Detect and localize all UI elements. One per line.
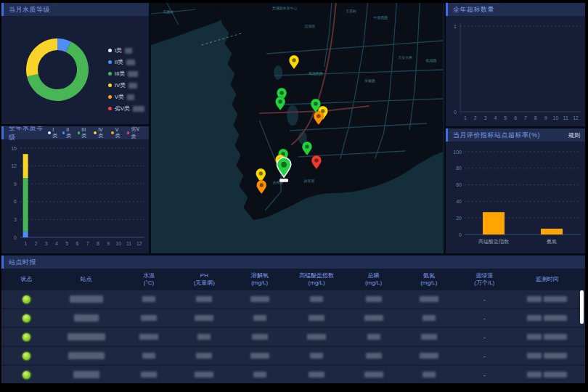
redacted-value	[141, 372, 157, 377]
redacted-value	[420, 353, 438, 359]
panel-exceed-rate: 当月评价指标站点超标率(%) 规则 020406080100高锰酸盐指数氨氮	[446, 128, 585, 253]
redacted-time	[544, 372, 567, 377]
column-label: PH	[176, 272, 232, 279]
redacted-value	[141, 315, 157, 321]
column-header: PH(无量纲)	[176, 272, 232, 287]
exceed-rate-chart[interactable]: 020406080100高锰酸盐指数氨氮	[446, 142, 585, 253]
svg-text:9: 9	[14, 181, 17, 187]
redacted-value	[125, 48, 132, 54]
redacted-time	[544, 353, 567, 359]
legend-item: II类	[108, 58, 144, 66]
rules-link[interactable]: 规则	[568, 131, 580, 139]
column-header: 高锰酸盐指数(mg/L)	[287, 272, 346, 287]
donut-chart-area: I类II类III类IV类V类劣V类	[1, 16, 149, 124]
legend-label: 劣V类	[115, 105, 130, 113]
redacted-value	[253, 372, 266, 377]
svg-text:11: 11	[563, 115, 568, 121]
table-row[interactable]: -	[1, 290, 585, 308]
map-canvas[interactable]: 石塘村无锡新体育中心滨湖区五星村中南西路天安大桥机场路高浪西路吴都路薛家里吉祥桥	[151, 3, 444, 253]
table-row[interactable]: -	[1, 366, 585, 383]
legend-item: 劣V类	[108, 105, 144, 113]
table-row[interactable]: -	[1, 328, 585, 346]
stack-bar-segment[interactable]	[23, 154, 28, 178]
table-body[interactable]: -----	[1, 290, 585, 383]
donut-slice[interactable]	[26, 38, 57, 77]
legend-item: V类	[111, 127, 123, 139]
rate-bar[interactable]	[483, 212, 505, 234]
column-label: 氨氮	[401, 272, 457, 279]
redacted-time	[544, 334, 567, 340]
status-indicator	[23, 371, 30, 379]
panel-title: 当月评价指标站点超标率(%)	[453, 131, 540, 140]
svg-text:机场路: 机场路	[426, 58, 437, 63]
svg-text:9: 9	[544, 115, 547, 121]
redacted-value	[366, 353, 382, 359]
legend-dot	[62, 131, 65, 134]
legend-dot	[108, 107, 112, 110]
legend-item: IV类	[108, 81, 144, 89]
svg-text:0: 0	[14, 235, 17, 240]
svg-text:12: 12	[573, 115, 579, 121]
panel-annual-quality: 全年水质等级 I类II类III类IV类V类劣V类 036912151234567…	[1, 126, 149, 253]
redacted-value	[127, 94, 134, 100]
table-row[interactable]: -	[1, 347, 585, 364]
redacted-value	[364, 372, 383, 377]
column-header: 溶解氧(mg/L)	[232, 272, 287, 287]
svg-text:0: 0	[454, 110, 457, 115]
column-header: 状态	[1, 276, 51, 283]
legend-item: III类	[78, 127, 91, 139]
svg-text:石塘村: 石塘村	[163, 9, 173, 15]
algae-value: -	[457, 353, 512, 359]
redacted-value	[196, 296, 212, 302]
redacted-date	[527, 372, 542, 377]
redacted-value	[250, 296, 269, 302]
rate-bar[interactable]	[541, 229, 563, 234]
right-column: 全年超标数量 10123456789101112 当月评价指标站点超标率(%) …	[446, 3, 585, 253]
panel-annual-exceed: 全年超标数量 10123456789101112	[446, 3, 585, 126]
redacted-value	[366, 296, 382, 302]
stack-bar-segment[interactable]	[23, 178, 28, 232]
svg-text:3: 3	[45, 241, 48, 246]
legend-label: IV类	[115, 81, 126, 89]
table-row[interactable]: -	[1, 309, 585, 327]
pin-hole	[314, 158, 318, 162]
redacted-date	[527, 315, 542, 321]
redacted-value	[128, 71, 138, 77]
svg-text:12: 12	[11, 163, 17, 168]
redacted-value	[142, 353, 155, 359]
column-header: 监测时间	[512, 276, 581, 283]
legend-item: I类	[48, 127, 58, 139]
svg-text:11: 11	[126, 241, 131, 246]
legend-item: I类	[108, 46, 144, 54]
panel-exceed-rate-titlebar: 当月评价指标站点超标率(%) 规则	[446, 128, 585, 142]
svg-text:天安大桥: 天安大桥	[398, 55, 412, 60]
pin-hole	[278, 99, 282, 103]
annual-quality-chart[interactable]: 03691215123456789101112	[1, 139, 149, 253]
svg-text:7: 7	[86, 241, 89, 246]
legend-dot	[94, 131, 97, 134]
column-label: 站点	[51, 276, 121, 283]
column-unit: (mg/L)	[346, 279, 401, 287]
status-indicator	[23, 333, 30, 341]
redacted-value	[420, 296, 438, 302]
redacted-value	[307, 334, 326, 340]
svg-text:高浪西路: 高浪西路	[309, 71, 323, 76]
pin-hole	[305, 144, 309, 148]
redacted-time	[544, 296, 567, 302]
panel-monthly-quality: 当月水质等级 I类II类III类IV类V类劣V类	[1, 3, 149, 124]
svg-text:20: 20	[456, 216, 462, 221]
stack-bar-segment[interactable]	[23, 232, 28, 237]
column-label: 蓝绿藻	[457, 272, 512, 279]
table-scrollbar[interactable]	[580, 290, 584, 324]
redacted-value	[364, 315, 383, 321]
svg-text:100: 100	[453, 150, 462, 155]
redacted-date	[527, 334, 542, 340]
column-unit: (mg/L)	[232, 279, 287, 287]
redacted-value	[309, 372, 324, 377]
annual-exceed-chart[interactable]: 10123456789101112	[446, 16, 585, 126]
redacted-value	[133, 106, 144, 112]
legend-dot	[111, 131, 114, 134]
map-panel[interactable]: 石塘村无锡新体育中心滨湖区五星村中南西路天安大桥机场路高浪西路吴都路薛家里吉祥桥	[151, 3, 444, 253]
redacted-value	[128, 83, 137, 89]
svg-text:1: 1	[454, 24, 457, 29]
